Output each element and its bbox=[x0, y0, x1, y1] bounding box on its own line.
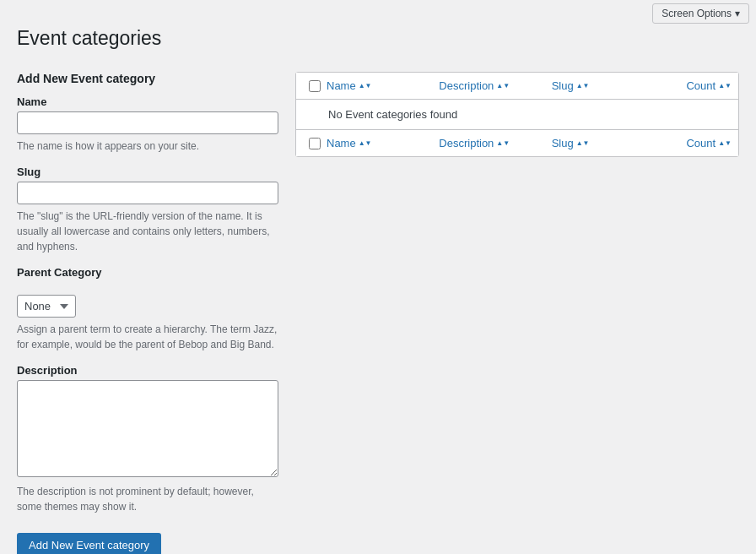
description-hint: The description is not prominent by defa… bbox=[17, 484, 278, 514]
parent-select[interactable]: None bbox=[17, 295, 76, 318]
footer-count-sort-icon: ▲▼ bbox=[718, 139, 732, 147]
add-category-form: Add New Event category Name The name is … bbox=[17, 72, 278, 554]
table-empty-row: No Event categories found bbox=[296, 100, 738, 130]
header-checkbox-col bbox=[303, 80, 327, 92]
submit-label: Add New Event category bbox=[29, 539, 149, 551]
page-title: Event categories bbox=[0, 27, 756, 50]
slug-hint: The "slug" is the URL-friendly version o… bbox=[17, 209, 278, 254]
col-footer-count-label: Count bbox=[686, 137, 716, 149]
footer-checkbox-col bbox=[303, 138, 327, 149]
col-footer-slug-label: Slug bbox=[552, 137, 574, 149]
chevron-down-icon: ▾ bbox=[735, 8, 740, 19]
name-hint: The name is how it appears on your site. bbox=[17, 138, 278, 154]
slug-sort-icon: ▲▼ bbox=[576, 82, 590, 90]
screen-options-label: Screen Options bbox=[662, 8, 732, 19]
col-footer-name-label: Name bbox=[327, 137, 356, 149]
add-category-button[interactable]: Add New Event category bbox=[17, 533, 161, 554]
description-group: Description The description is not promi… bbox=[17, 364, 278, 514]
name-group: Name The name is how it appears on your … bbox=[17, 95, 278, 154]
footer-select-all-checkbox[interactable] bbox=[309, 138, 321, 149]
table-footer-row: Name ▲▼ Description ▲▼ Slug ▲▼ Count ▲▼ bbox=[296, 130, 738, 156]
name-sort-icon: ▲▼ bbox=[359, 82, 372, 90]
slug-label: Slug bbox=[17, 166, 278, 178]
col-header-count[interactable]: Count ▲▼ bbox=[664, 79, 732, 92]
col-footer-description[interactable]: Description ▲▼ bbox=[439, 137, 551, 149]
col-footer-slug[interactable]: Slug ▲▼ bbox=[552, 137, 664, 149]
screen-options-button[interactable]: Screen Options ▾ bbox=[652, 3, 749, 24]
col-header-description[interactable]: Description ▲▼ bbox=[439, 79, 551, 92]
parent-group: Parent Category None Assign a parent ter… bbox=[17, 266, 278, 352]
footer-description-sort-icon: ▲▼ bbox=[496, 139, 510, 147]
description-sort-icon: ▲▼ bbox=[496, 82, 510, 90]
name-input[interactable] bbox=[17, 111, 278, 134]
count-sort-icon: ▲▼ bbox=[718, 82, 732, 90]
footer-slug-sort-icon: ▲▼ bbox=[576, 139, 590, 147]
select-all-checkbox[interactable] bbox=[309, 80, 321, 92]
slug-input[interactable] bbox=[17, 182, 278, 204]
col-name-label: Name bbox=[327, 79, 356, 92]
categories-table-panel: Name ▲▼ Description ▲▼ Slug ▲▼ Count ▲▼ bbox=[295, 72, 739, 554]
name-label: Name bbox=[17, 95, 278, 108]
col-header-slug[interactable]: Slug ▲▼ bbox=[552, 79, 664, 92]
col-footer-description-label: Description bbox=[439, 137, 494, 149]
footer-name-sort-icon: ▲▼ bbox=[359, 139, 372, 147]
parent-label: Parent Category bbox=[17, 266, 278, 279]
col-footer-name[interactable]: Name ▲▼ bbox=[327, 137, 439, 149]
description-label: Description bbox=[17, 364, 278, 377]
col-slug-label: Slug bbox=[552, 79, 574, 92]
col-header-name[interactable]: Name ▲▼ bbox=[327, 79, 439, 92]
slug-group: Slug The "slug" is the URL-friendly vers… bbox=[17, 166, 278, 254]
description-textarea[interactable] bbox=[17, 380, 278, 477]
table-header-row: Name ▲▼ Description ▲▼ Slug ▲▼ Count ▲▼ bbox=[296, 73, 738, 100]
col-footer-count[interactable]: Count ▲▼ bbox=[664, 137, 732, 149]
col-count-label: Count bbox=[686, 79, 716, 92]
parent-hint: Assign a parent term to create a hierarc… bbox=[17, 322, 278, 352]
categories-table: Name ▲▼ Description ▲▼ Slug ▲▼ Count ▲▼ bbox=[295, 72, 739, 157]
empty-message: No Event categories found bbox=[328, 108, 457, 121]
col-description-label: Description bbox=[439, 79, 494, 92]
form-section-title: Add New Event category bbox=[17, 72, 278, 85]
